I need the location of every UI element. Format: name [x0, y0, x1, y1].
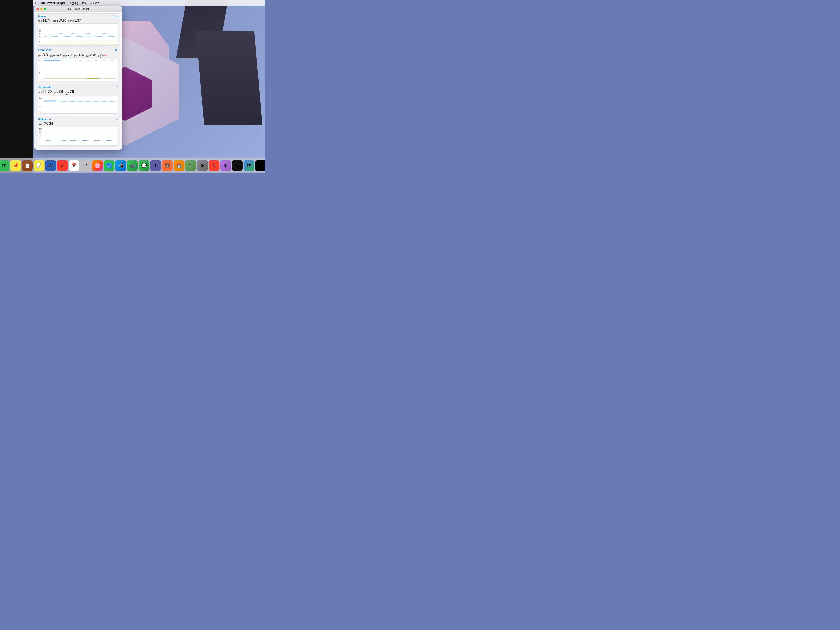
dock-item-stickies[interactable]: 📌: [10, 160, 21, 171]
power-chart-svg: [44, 24, 118, 44]
power-title: Power: [38, 15, 46, 18]
dock-item-reminders[interactable]: ✓: [57, 160, 68, 171]
freq-core-min-group: CORE MIN 2.8: [63, 53, 72, 58]
window-content: Power WATTS PKG 14.74 CORE 10.90 DRAM 1.…: [35, 12, 122, 150]
dock-item-appletv[interactable]: ▶: [255, 160, 265, 171]
dock-item-steelseries[interactable]: S: [232, 160, 243, 171]
window-controls: [36, 8, 46, 10]
freq-gfx-avg-group: GFX AVG 0.55: [86, 53, 96, 58]
temp-core-max-value: 88: [59, 90, 63, 94]
temperature-chart-svg: [44, 96, 118, 113]
power-pkg-value: 14.74: [43, 19, 51, 22]
power-chart: 30 25 20 15 10 5 0: [38, 23, 118, 44]
apple-logo-icon: : [35, 1, 36, 5]
frequency-unit: GHZ: [114, 49, 118, 51]
dock-item-photos[interactable]: 🌸: [92, 160, 103, 171]
menu-app-name[interactable]: Intel Power Gadget: [41, 2, 65, 5]
dock-item-notes[interactable]: 📝: [33, 160, 44, 171]
freq-core-max-group: CORE MAX 3.3: [38, 52, 48, 58]
minimize-button[interactable]: [40, 8, 43, 10]
power-dram-label: DRAM: [68, 20, 74, 22]
temperature-metrics-row: PKG 85.70 CORE MAX 88 CORE MIN 78: [38, 90, 118, 95]
dock-item-messages[interactable]: 💬: [139, 160, 149, 171]
frequency-metrics-row: CORE MAX 3.3 CORE AVG 3.29 CORE MIN: [38, 52, 118, 58]
power-metrics-row: PKG 14.74 CORE 10.90 DRAM 1.37: [38, 19, 118, 22]
temperature-section: Temperature °C PKG 85.70 CORE MAX 88: [36, 84, 120, 115]
utilization-metrics-row: CORE 25.34: [38, 122, 118, 126]
dock-item-facetime[interactable]: 📹: [127, 160, 138, 171]
temperature-section-header: Temperature °C: [38, 85, 118, 89]
freq-y-labels: 3.0 2.0 1.0 0.0: [39, 59, 42, 81]
dock-item-bear[interactable]: 🐻: [162, 160, 173, 171]
util-core-label: CORE: [38, 123, 43, 125]
dock-item-minecraft[interactable]: ⛏: [185, 160, 196, 171]
dock-item-appstore2[interactable]: 📲: [115, 160, 126, 171]
freq-core-req-value: 3.30: [79, 53, 84, 56]
power-section: Power WATTS PKG 14.74 CORE 10.90 DRAM 1.…: [36, 13, 120, 46]
util-core-value: 25.34: [44, 122, 53, 126]
frequency-section: Frequency GHZ CORE MAX 3.3 CORE AVG 3.2: [36, 47, 120, 83]
freq-core-avg-group: CORE AVG 3.29: [50, 53, 61, 58]
frequency-chart: 3.0 2.0 1.0 0.0: [38, 58, 118, 82]
temp-pkg-label: PKG: [38, 92, 42, 93]
dock-item-calendar[interactable]: 📅: [68, 160, 79, 171]
temp-core-min-value: 78: [70, 90, 74, 94]
dock-item-streetview[interactable]: 🗺: [243, 160, 254, 171]
dock: 🔍🚀🎙🧭⬤🗺📌📋📝W✓📅?🌸🗾📲📹💬T🐻📚⛏⚙N🎙S🗺▶🔍♫BAC: [0, 158, 265, 173]
dock-item-word[interactable]: W: [45, 160, 56, 171]
util-core-group: CORE 25.34: [38, 122, 53, 126]
power-y-labels: 30 25 20 15 10 5 0: [39, 24, 41, 44]
frequency-title: Frequency: [38, 48, 52, 52]
window-title: Intel Power Gadget: [68, 8, 89, 10]
utilization-title: Utilization: [38, 118, 51, 121]
temp-pkg-value: 85.70: [43, 90, 52, 94]
dock-item-maps2[interactable]: 🗾: [104, 160, 114, 171]
temp-core-max-group: CORE MAX 88: [54, 90, 63, 95]
power-pkg-label: PKG: [38, 20, 42, 22]
dock-item-ibooks[interactable]: 📚: [174, 160, 185, 171]
frequency-chart-svg: [44, 59, 118, 81]
window-titlebar: Intel Power Gadget: [35, 6, 122, 12]
utilization-section-header: Utilization %: [38, 118, 118, 121]
dock-item-news[interactable]: N: [208, 160, 219, 171]
temp-y-labels: 100 80 60 40: [39, 96, 42, 113]
power-section-header: Power WATTS: [38, 15, 118, 18]
freq-core-min-value: 2.8: [68, 53, 72, 56]
temp-core-min-group: CORE MIN 78: [65, 90, 74, 95]
menu-window[interactable]: Window: [90, 2, 99, 5]
freq-core-max-value: 3.3: [43, 52, 48, 57]
freq-core-max-label-bot: MAX: [38, 56, 43, 58]
freq-gfx-avg-value: 0.55: [90, 53, 96, 56]
svg-rect-11: [44, 60, 60, 61]
freq-core-avg-value: 3.29: [55, 53, 61, 56]
dock-item-sysprefs[interactable]: ⚙: [197, 160, 208, 171]
svg-rect-16: [44, 100, 56, 101]
freq-gfx-req-value: 0.00: [101, 53, 107, 56]
close-button[interactable]: [36, 8, 39, 10]
dark-panel-right: [196, 31, 262, 125]
dock-item-notefile[interactable]: 📋: [22, 160, 33, 171]
power-core-label: CORE: [52, 20, 58, 22]
utilization-chart: 100 80 60 40 20 0: [38, 127, 118, 145]
power-core-group: CORE 10.90: [52, 19, 67, 22]
power-dram-value: 1.37: [74, 19, 81, 22]
temperature-title: Temperature: [38, 85, 54, 89]
frequency-section-header: Frequency GHZ: [38, 48, 118, 52]
power-y-30: 30: [39, 24, 41, 27]
power-y-15: 15: [39, 33, 41, 35]
power-y-25: 25: [39, 27, 41, 29]
freq-core-req-group: CORE REQ 3.30: [74, 53, 84, 58]
dock-item-help[interactable]: ?: [80, 160, 91, 171]
menu-test[interactable]: Test: [82, 2, 87, 5]
utilization-section: Utilization % CORE 25.34 100 80 60 40 20…: [36, 116, 120, 147]
maximize-button[interactable]: [44, 8, 46, 10]
power-y-10: 10: [39, 35, 41, 38]
menu-logging[interactable]: Logging: [68, 2, 78, 5]
left-bar: [0, 0, 33, 173]
dock-item-teams[interactable]: T: [150, 160, 161, 171]
ipg-window: Intel Power Gadget Power WATTS PKG 14.74…: [35, 6, 122, 150]
dock-item-podcasts[interactable]: 🎙: [220, 160, 231, 171]
freq-gfx-req-group: GFX REQ 0.00: [98, 53, 107, 58]
utilization-chart-svg: [44, 127, 118, 145]
dock-item-maps[interactable]: 🗺: [0, 160, 9, 171]
